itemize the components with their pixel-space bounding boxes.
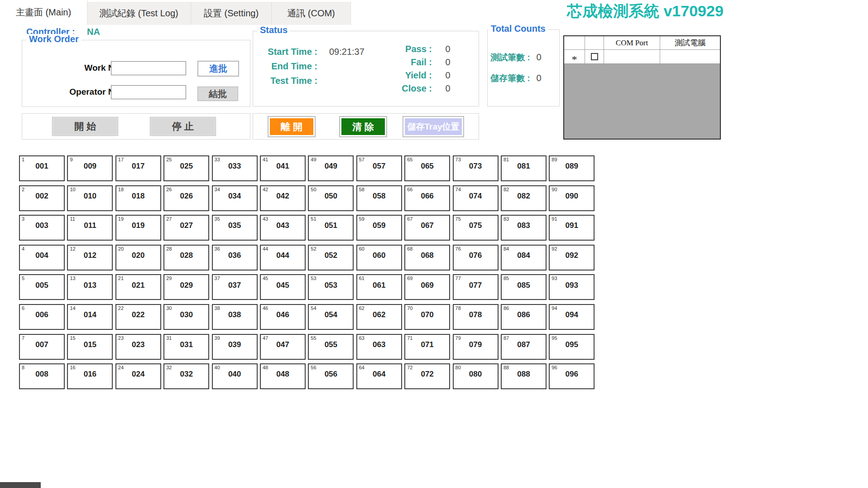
tray-cell-label: 082 bbox=[502, 192, 546, 201]
tray-cell-index: 44 bbox=[263, 246, 268, 251]
tray-cell-label: 057 bbox=[357, 162, 401, 171]
yield-value: 0 bbox=[440, 70, 456, 81]
tab-test-log-label: 測試紀錄 (Test Log) bbox=[99, 7, 178, 19]
tray-cell-label: 077 bbox=[454, 281, 498, 290]
com-table-checkbox-header[interactable] bbox=[585, 36, 604, 50]
clear-button[interactable]: 清 除 bbox=[339, 116, 387, 137]
start-batch-button[interactable]: 進批 bbox=[197, 61, 239, 77]
tray-cell-001: 1001 bbox=[19, 155, 65, 181]
start-button[interactable]: 開 始 bbox=[52, 117, 118, 136]
tray-cell-index: 42 bbox=[263, 187, 268, 192]
operator-no-input[interactable] bbox=[111, 85, 186, 99]
controller-value: NA bbox=[87, 27, 100, 37]
work-no-input[interactable] bbox=[111, 61, 186, 75]
tray-cell-label: 052 bbox=[309, 251, 353, 260]
end-batch-button[interactable]: 結批 bbox=[197, 87, 238, 101]
tray-cell-index: 34 bbox=[215, 187, 220, 192]
tray-cell-066: 66066 bbox=[404, 185, 450, 211]
tray-cell-label: 030 bbox=[164, 310, 208, 319]
tray-cell-label: 084 bbox=[502, 251, 546, 260]
tray-cell-index: 96 bbox=[551, 365, 557, 370]
tray-cell-089: 89089 bbox=[549, 155, 595, 181]
tray-cell-029: 29029 bbox=[163, 274, 209, 300]
com-row-checkbox[interactable] bbox=[591, 53, 598, 60]
tray-cell-036: 36036 bbox=[212, 245, 258, 271]
tray-cell-label: 021 bbox=[116, 281, 160, 290]
tray-cell-index: 10 bbox=[70, 187, 75, 192]
tray-cell-label: 061 bbox=[357, 281, 401, 290]
exit-button[interactable]: 離 開 bbox=[268, 116, 316, 137]
tray-cell-064: 64064 bbox=[356, 363, 402, 389]
tray-cell-index: 1 bbox=[22, 157, 24, 162]
tray-cell-index: 84 bbox=[504, 246, 509, 251]
tray-cell-038: 38038 bbox=[212, 304, 258, 330]
com-port-cell[interactable] bbox=[604, 50, 660, 64]
tab-com[interactable]: 通訊 (COM) bbox=[272, 2, 351, 25]
stop-button[interactable]: 停 止 bbox=[150, 117, 216, 136]
tray-cell-049: 49049 bbox=[308, 155, 354, 181]
tab-setting[interactable]: 設置 (Setting) bbox=[191, 2, 272, 25]
tray-cell-label: 093 bbox=[550, 281, 594, 290]
tray-cell-080: 80080 bbox=[453, 363, 499, 389]
tray-cell-label: 079 bbox=[454, 340, 498, 349]
tray-cell-094: 94094 bbox=[549, 304, 595, 330]
tray-cell-label: 018 bbox=[116, 192, 160, 201]
tray-cell-label: 020 bbox=[116, 251, 160, 260]
total-counts-group: Total Counts 測試筆數 : 0 儲存筆數 : 0 bbox=[487, 29, 560, 106]
tray-cell-label: 078 bbox=[454, 310, 498, 319]
tray-cell-index: 23 bbox=[118, 335, 124, 341]
tray-cell-index: 13 bbox=[70, 275, 75, 281]
tray-cell-019: 19019 bbox=[115, 215, 161, 241]
tray-cell-index: 37 bbox=[215, 275, 220, 281]
tray-cell-index: 88 bbox=[504, 365, 509, 370]
tray-cell-087: 87087 bbox=[501, 334, 547, 360]
tray-cell-065: 65065 bbox=[404, 155, 450, 181]
tray-cell-index: 50 bbox=[311, 187, 316, 192]
tray-cell-069: 69069 bbox=[404, 274, 450, 300]
tray-cell-label: 040 bbox=[213, 370, 257, 379]
tray-cell-index: 72 bbox=[407, 365, 412, 370]
tab-main[interactable]: 主畫面 (Main) bbox=[0, 0, 87, 25]
tray-cell-074: 74074 bbox=[453, 185, 499, 211]
tray-cell-index: 90 bbox=[551, 187, 557, 192]
tab-test-log[interactable]: 測試紀錄 (Test Log) bbox=[87, 2, 191, 25]
tray-cell-022: 22022 bbox=[115, 304, 161, 330]
tray-cell-024: 24024 bbox=[115, 363, 161, 389]
tray-cell-index: 49 bbox=[311, 157, 316, 162]
tray-cell-090: 90090 bbox=[549, 185, 595, 211]
com-table-computer-header[interactable]: 測試電腦 bbox=[660, 36, 720, 50]
tray-cell-081: 81081 bbox=[501, 155, 547, 181]
tray-cell-index: 95 bbox=[551, 335, 557, 341]
tray-cell-label: 017 bbox=[116, 162, 160, 171]
tray-cell-035: 35035 bbox=[212, 215, 258, 241]
tray-cell-index: 3 bbox=[22, 216, 24, 222]
tray-cell-index: 94 bbox=[551, 305, 557, 311]
tray-cell-label: 032 bbox=[164, 370, 208, 379]
test-computer-cell[interactable] bbox=[660, 50, 720, 64]
tray-cell-index: 85 bbox=[504, 275, 509, 281]
tray-cell-095: 95095 bbox=[549, 334, 595, 360]
com-table-header-row: COM Port 測試電腦 bbox=[564, 36, 720, 50]
saved-count-value: 0 bbox=[537, 73, 542, 83]
tray-cell-039: 39039 bbox=[212, 334, 258, 360]
com-row-checkbox-cell[interactable] bbox=[585, 50, 604, 64]
tray-cell-index: 86 bbox=[504, 305, 509, 311]
tray-cell-label: 011 bbox=[68, 221, 112, 230]
start-stop-group: 開 始 停 止 bbox=[22, 113, 250, 140]
tray-cell-index: 4 bbox=[22, 246, 24, 251]
tray-cell-index: 51 bbox=[311, 216, 316, 222]
tray-cell-015: 15015 bbox=[67, 334, 113, 360]
fail-value: 0 bbox=[440, 57, 456, 68]
fail-label: Fail : bbox=[375, 57, 432, 68]
tray-cell-index: 70 bbox=[407, 305, 412, 311]
tray-cell-index: 30 bbox=[166, 305, 172, 311]
tray-cell-label: 036 bbox=[213, 251, 257, 260]
save-tray-button[interactable]: 儲存Tray位置 bbox=[403, 116, 464, 137]
tray-cell-index: 16 bbox=[70, 365, 75, 370]
com-table-comport-header[interactable]: COM Port bbox=[604, 36, 660, 50]
tray-cell-050: 50050 bbox=[308, 185, 354, 211]
tested-count-row: 測試筆數 : 0 bbox=[490, 52, 542, 63]
tray-cell-index: 87 bbox=[504, 335, 509, 341]
taskbar-fragment bbox=[0, 482, 41, 488]
tray-cell-index: 7 bbox=[22, 335, 24, 341]
